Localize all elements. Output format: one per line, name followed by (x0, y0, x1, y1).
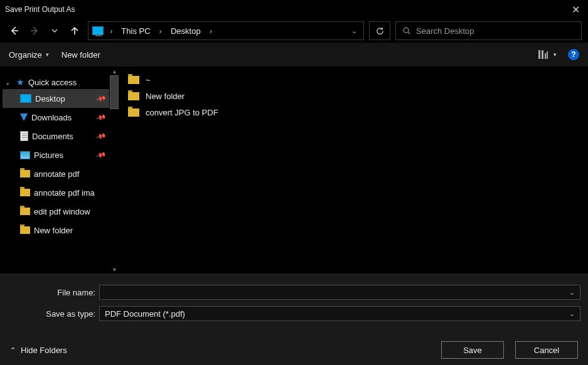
window-title: Save Print Output As (5, 5, 75, 14)
search-input[interactable]: Search Desktop (395, 21, 582, 40)
view-icon (538, 50, 550, 59)
svg-point-2 (404, 28, 409, 33)
scroll-down-icon[interactable]: ▾ (109, 265, 119, 273)
sidebar-item-pictures[interactable]: Pictures 📌 (3, 145, 119, 164)
titlebar: Save Print Output As ✕ (0, 0, 588, 19)
folder-icon (20, 226, 30, 234)
svg-rect-6 (545, 53, 546, 59)
hide-folders-button[interactable]: ⌃ Hide Folders (8, 346, 67, 355)
folder-icon (128, 108, 139, 117)
sidebar-item-label: Documents (32, 132, 73, 141)
body: ⌄ ★ Quick access Desktop 📌 Downloads 📌 D… (0, 66, 588, 273)
chevron-right-icon[interactable]: › (156, 26, 166, 36)
file-name-label: File name: (8, 288, 95, 297)
breadcrumb-history-button[interactable]: ⌄ (351, 27, 357, 35)
sidebar-item-desktop[interactable]: Desktop 📌 (3, 89, 119, 108)
file-name: convert JPG to PDF (146, 108, 218, 117)
file-list[interactable]: ~ New folder convert JPG to PDF (119, 66, 588, 273)
sidebar-item-label: New folder (34, 226, 73, 235)
this-pc-icon (92, 26, 104, 35)
organize-button[interactable]: Organize ▾ (9, 50, 49, 60)
organize-label: Organize (9, 50, 42, 60)
sidebar-item-documents[interactable]: Documents 📌 (3, 127, 119, 145)
scroll-thumb[interactable] (110, 75, 119, 109)
breadcrumb-item[interactable]: This PC (119, 25, 152, 37)
navigation-bar: › This PC › Desktop › ⌄ Search Desktop (0, 19, 588, 43)
hide-folders-label: Hide Folders (21, 346, 67, 355)
search-icon (402, 26, 411, 35)
recent-locations-button[interactable] (46, 23, 63, 39)
svg-rect-4 (538, 50, 540, 59)
pin-icon: 📌 (95, 130, 107, 142)
file-name: New folder (146, 92, 184, 101)
nav-arrows (6, 23, 83, 39)
sidebar: ⌄ ★ Quick access Desktop 📌 Downloads 📌 D… (0, 66, 119, 273)
desktop-icon (20, 94, 31, 103)
save-type-row: Save as type: PDF Document (*.pdf) ⌄ (8, 306, 580, 321)
save-label: Save (463, 346, 482, 355)
sidebar-item-label: Pictures (34, 151, 63, 160)
folder-icon (20, 208, 30, 215)
folder-icon (20, 170, 30, 177)
save-type-select[interactable]: PDF Document (*.pdf) ⌄ (99, 306, 580, 321)
back-button[interactable] (6, 23, 23, 39)
cancel-button[interactable]: Cancel (515, 341, 578, 359)
view-button[interactable]: ▾ (538, 50, 557, 59)
search-placeholder: Search Desktop (416, 26, 474, 36)
refresh-button[interactable] (369, 21, 390, 40)
list-item[interactable]: ~ (128, 71, 579, 88)
chevron-down-icon[interactable]: ⌄ (569, 288, 575, 297)
chevron-right-icon[interactable]: › (206, 26, 216, 36)
chevron-right-icon[interactable]: › (106, 26, 116, 36)
folder-icon (20, 189, 30, 196)
chevron-down-icon[interactable]: ⌄ (569, 310, 575, 318)
downloads-icon (20, 114, 28, 121)
list-item[interactable]: New folder (128, 88, 579, 104)
new-folder-button[interactable]: New folder (61, 50, 100, 60)
sidebar-item-folder[interactable]: edit pdf window (3, 202, 119, 221)
dropdown-caret-icon: ▾ (46, 51, 49, 58)
expander-icon[interactable]: ⌄ (5, 79, 13, 86)
up-button[interactable] (67, 23, 83, 39)
sidebar-item-label: annotate pdf (34, 169, 79, 179)
sidebar-scrollbar[interactable]: ▴ ▾ (109, 66, 119, 273)
pictures-icon (20, 151, 30, 159)
pin-icon: 📌 (95, 93, 107, 104)
folder-icon (128, 92, 139, 100)
pin-icon: 📌 (95, 112, 107, 123)
folder-icon (128, 76, 139, 84)
sidebar-item-folder[interactable]: annotate pdf ima (3, 183, 119, 202)
sidebar-item-folder[interactable]: New folder (3, 221, 119, 240)
star-icon: ★ (16, 77, 24, 87)
sidebar-item-label: annotate pdf ima (34, 188, 95, 198)
sidebar-item-label: edit pdf window (34, 207, 90, 216)
file-name-row: File name: ⌄ (8, 285, 580, 300)
breadcrumb-item[interactable]: Desktop (168, 25, 203, 37)
help-button[interactable]: ? (568, 49, 579, 60)
pin-icon: 📌 (95, 149, 107, 161)
svg-rect-5 (542, 50, 543, 59)
save-type-label: Save as type: (8, 309, 95, 319)
breadcrumb[interactable]: › This PC › Desktop › ⌄ (88, 21, 364, 40)
save-button[interactable]: Save (441, 341, 504, 359)
sidebar-item-label: Desktop (35, 94, 65, 103)
documents-icon (20, 131, 28, 141)
footer-row: ⌃ Hide Folders Save Cancel (8, 341, 580, 359)
list-item[interactable]: convert JPG to PDF (128, 104, 579, 120)
forward-button[interactable] (26, 23, 43, 39)
svg-rect-7 (547, 51, 548, 59)
cancel-label: Cancel (534, 346, 559, 355)
quick-access[interactable]: ⌄ ★ Quick access (3, 75, 119, 89)
sidebar-item-folder[interactable]: annotate pdf (3, 164, 119, 183)
quick-access-label: Quick access (28, 78, 77, 87)
new-folder-label: New folder (61, 50, 100, 60)
svg-line-3 (408, 32, 410, 34)
toolbar: Organize ▾ New folder ▾ ? (0, 43, 588, 66)
close-icon[interactable]: ✕ (568, 4, 583, 16)
sidebar-item-label: Downloads (31, 113, 72, 122)
dropdown-caret-icon: ▾ (553, 51, 557, 58)
sidebar-item-downloads[interactable]: Downloads 📌 (3, 108, 119, 127)
bottom-panel: File name: ⌄ Save as type: PDF Document … (0, 273, 588, 365)
scroll-up-icon[interactable]: ▴ (109, 66, 119, 75)
file-name-input[interactable]: ⌄ (99, 285, 580, 300)
